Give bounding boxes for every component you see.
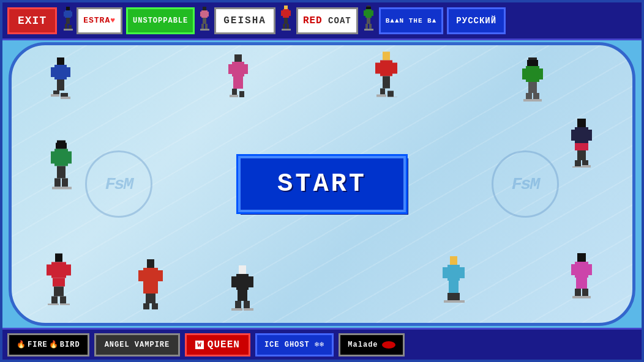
svg-rect-63 <box>388 91 394 97</box>
svg-rect-104 <box>48 304 59 306</box>
unstoppable-button[interactable]: UNSTOPPABLE <box>126 7 195 34</box>
skater-7 <box>45 253 72 305</box>
svg-rect-35 <box>369 24 372 29</box>
svg-rect-8 <box>64 29 69 31</box>
svg-rect-0 <box>66 7 70 10</box>
svg-rect-37 <box>369 29 373 31</box>
svg-rect-94 <box>572 166 582 168</box>
angel-label: ANGEL VAMPIRE <box>105 341 170 349</box>
svg-rect-105 <box>60 304 70 306</box>
svg-rect-123 <box>231 308 242 311</box>
svg-rect-110 <box>143 284 158 294</box>
svg-rect-60 <box>390 63 397 74</box>
skater-icon-biathlon <box>362 5 375 37</box>
svg-rect-64 <box>376 95 386 97</box>
svg-rect-62 <box>380 89 385 95</box>
svg-rect-132 <box>444 300 455 303</box>
skater-8 <box>137 259 164 309</box>
svg-rect-40 <box>51 67 57 77</box>
svg-rect-89 <box>586 130 592 141</box>
angel-vampire-button[interactable]: ANGEL VAMPIRE <box>94 333 181 356</box>
svg-rect-74 <box>523 99 533 102</box>
estra-button[interactable]: ESTRA♥ <box>77 7 122 34</box>
exit-button[interactable]: EXIT <box>7 7 57 34</box>
geisha-button[interactable]: GEISHA <box>214 7 275 34</box>
svg-rect-119 <box>246 276 253 287</box>
skater-6 <box>569 119 594 168</box>
svg-rect-31 <box>364 10 367 16</box>
svg-rect-86 <box>577 119 586 127</box>
skater-1 <box>48 57 73 100</box>
svg-rect-47 <box>61 97 70 99</box>
svg-rect-113 <box>152 303 158 309</box>
skater-3 <box>373 51 400 97</box>
svg-rect-38 <box>57 57 64 65</box>
svg-rect-27 <box>286 29 291 31</box>
skater-4 <box>520 57 545 102</box>
skater-icon-redcoat <box>279 5 293 37</box>
svg-rect-53 <box>232 89 237 95</box>
svg-rect-121 <box>235 301 241 308</box>
svg-rect-42 <box>57 79 61 90</box>
svg-rect-139 <box>575 289 581 296</box>
svg-rect-44 <box>53 90 59 94</box>
svg-rect-124 <box>244 308 253 311</box>
svg-rect-80 <box>66 152 72 164</box>
svg-rect-118 <box>231 276 239 287</box>
svg-rect-109 <box>155 270 163 281</box>
fsm-logo-left: FsM <box>85 150 152 218</box>
svg-rect-99 <box>64 265 71 276</box>
skater-9 <box>229 265 256 314</box>
svg-rect-22 <box>288 10 291 16</box>
fire1-icon: 🔥 <box>17 340 26 349</box>
svg-rect-84 <box>52 187 62 190</box>
svg-rect-106 <box>147 259 154 268</box>
fire-label: FIRE <box>28 341 48 349</box>
svg-rect-129 <box>449 281 459 293</box>
svg-rect-96 <box>55 254 62 262</box>
queen-button[interactable]: W QUEEN <box>185 333 250 356</box>
svg-rect-18 <box>205 29 209 31</box>
skater-2 <box>226 54 250 97</box>
rink: FsM FsM <box>9 42 635 326</box>
game-container: EXIT ESTRA♥ UNSTOPPABLE <box>0 0 644 362</box>
iceghost-button[interactable]: ICE GHOST ❄❄ <box>255 333 334 356</box>
svg-rect-137 <box>586 264 592 275</box>
svg-rect-79 <box>51 152 57 164</box>
svg-rect-3 <box>70 12 72 17</box>
svg-rect-90 <box>575 143 588 150</box>
svg-rect-71 <box>528 82 537 93</box>
unstoppable-label: UNSTOPPABLE <box>133 17 188 25</box>
svg-rect-43 <box>61 79 64 90</box>
svg-rect-101 <box>54 287 64 297</box>
svg-rect-112 <box>143 303 149 309</box>
coat-label: COAT <box>323 16 351 26</box>
russian-label: РУССКИЙ <box>456 16 496 26</box>
svg-rect-55 <box>230 95 238 97</box>
svg-rect-19 <box>284 6 288 9</box>
svg-rect-23 <box>284 18 288 24</box>
svg-rect-24 <box>283 24 285 29</box>
bird-label: BIRD <box>60 341 80 349</box>
svg-rect-9 <box>69 29 73 31</box>
start-button[interactable]: START <box>238 156 406 212</box>
exit-label: EXIT <box>18 15 47 27</box>
svg-rect-69 <box>522 68 528 79</box>
biathlon-button[interactable]: B▲▲N THE B▲ <box>379 7 444 34</box>
svg-rect-4 <box>66 18 68 24</box>
svg-rect-15 <box>201 24 204 29</box>
russian-button[interactable]: РУССКИЙ <box>447 7 506 34</box>
redcoat-button[interactable]: RED COAT <box>296 7 358 34</box>
malade-button[interactable]: Malade <box>339 333 404 356</box>
svg-rect-26 <box>282 29 286 31</box>
svg-rect-130 <box>447 293 454 300</box>
firebird-button[interactable]: 🔥 FIRE 🔥 BIRD <box>7 333 89 356</box>
svg-rect-103 <box>60 297 66 304</box>
svg-rect-127 <box>443 267 450 278</box>
svg-rect-59 <box>375 63 383 74</box>
svg-rect-134 <box>577 253 586 262</box>
svg-rect-54 <box>239 91 244 97</box>
malade-label: Malade <box>348 341 378 349</box>
svg-rect-32 <box>370 10 373 16</box>
bottom-bar: 🔥 FIRE 🔥 BIRD ANGEL VAMPIRE W QUEEN ICE … <box>2 328 642 360</box>
